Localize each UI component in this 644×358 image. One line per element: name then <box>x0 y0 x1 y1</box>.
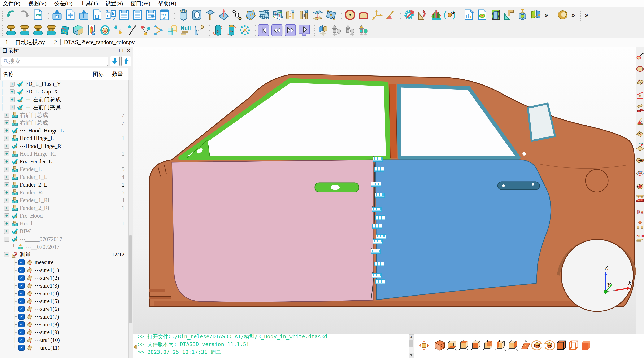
pan-view-icon[interactable] <box>418 339 430 352</box>
move-planes-icon[interactable] <box>317 24 329 36</box>
thread-bore-icon[interactable] <box>490 9 502 21</box>
tree-row[interactable]: ├✓⋯ure1(10) <box>0 336 128 344</box>
toolbar-drag-handle[interactable] <box>341 9 342 20</box>
export-box-icon[interactable] <box>78 9 90 21</box>
menu-item-4[interactable]: 设置(S) <box>106 0 123 7</box>
circle-feature-icon[interactable] <box>344 9 356 21</box>
tree-item-label[interactable]: Fender_Ri <box>20 189 44 196</box>
tree-item-label[interactable]: Hood Hinge_Ri <box>20 150 56 157</box>
console-scrollbar-thumb[interactable] <box>410 340 413 347</box>
tree-item-label[interactable]: Fender_1_Ri <box>20 197 49 204</box>
histogram-icon[interactable] <box>430 9 442 21</box>
toolbar-drag-handle[interactable] <box>48 9 49 20</box>
tree-row[interactable]: +Fender_L5 <box>0 166 128 173</box>
press-fit-icon[interactable] <box>516 9 528 21</box>
visibility-checkbox[interactable]: ✓ <box>18 275 24 281</box>
tree-item-label[interactable]: ⋯sure1(2) <box>34 274 59 281</box>
toolbar-drag-handle[interactable] <box>400 9 402 20</box>
3d-viewport[interactable]: Z Y X <box>133 46 636 334</box>
tree-row[interactable]: │+FD_L_Gap_X <box>0 88 128 96</box>
quarter-window[interactable] <box>528 104 555 141</box>
angle-feature-icon[interactable] <box>384 9 396 21</box>
bolt-3-icon[interactable] <box>32 24 44 36</box>
plane-rotate-icon[interactable] <box>636 140 644 154</box>
menu-item-2[interactable]: 公差(D) <box>54 0 72 7</box>
tree-item-label[interactable]: ⋯__07072017 <box>26 244 60 250</box>
doc-exchange-icon[interactable] <box>104 9 117 21</box>
tab-piece-random-color[interactable]: 2 DTAS_Piece_random_color.py <box>49 38 138 46</box>
new-doc-icon[interactable] <box>64 9 76 21</box>
tree-row[interactable]: +Fender_1_Ri4 <box>0 196 128 204</box>
tree-row[interactable]: +Fender_Ri5 <box>0 189 128 196</box>
concentric-icon[interactable] <box>636 154 644 166</box>
tree-item-label[interactable]: Hood <box>20 220 32 227</box>
expand-icon[interactable]: + <box>4 198 9 203</box>
tree-item-label[interactable]: 右后门总成 <box>20 111 48 119</box>
tree-row[interactable]: ├✓⋯sure1(8) <box>0 320 128 328</box>
mirror-flip-icon[interactable] <box>530 9 542 21</box>
tree-row[interactable]: +⋯_Hood_Hinge_L <box>0 126 128 134</box>
iso-cube-icon[interactable] <box>72 24 84 36</box>
report-doc-icon[interactable] <box>91 9 103 21</box>
menu-item-5[interactable]: 窗口(W) <box>130 0 150 7</box>
visibility-checkbox[interactable]: ✓ <box>18 259 24 265</box>
optimize-opt-icon[interactable]: OPT <box>444 9 456 21</box>
tree-item-label[interactable]: ⋯_Hood_Hinge_L <box>20 127 64 134</box>
console-scroll-down-icon[interactable]: ▼ <box>409 352 414 358</box>
star-nodes-icon[interactable] <box>239 24 251 36</box>
shaded-edges-icon[interactable] <box>555 339 568 352</box>
tree-row[interactable]: ├✓measure1 <box>0 258 128 266</box>
fx-icon[interactable]: Fx <box>636 206 644 218</box>
tree-item-label[interactable]: ⋯sure1(7) <box>34 313 59 320</box>
b-pillar[interactable] <box>389 84 397 158</box>
tree-item-label[interactable]: 测量 <box>20 251 31 258</box>
two-point-icon[interactable] <box>231 9 243 21</box>
front-window-frame[interactable] <box>181 80 388 158</box>
tree-row[interactable]: +右前门总成7 <box>0 119 128 126</box>
gauge-icon[interactable] <box>99 24 111 36</box>
column-icon[interactable]: 图标 <box>91 68 110 80</box>
mesh-surface-icon[interactable] <box>258 9 270 21</box>
expand-icon[interactable]: + <box>4 182 9 188</box>
profile-ring-icon[interactable] <box>636 180 644 192</box>
plane-pair-icon[interactable] <box>312 9 324 21</box>
capsule-rotate-icon[interactable] <box>212 24 224 36</box>
tree-item-label[interactable]: ⋯sure1(8) <box>34 321 59 328</box>
toolbar-drag-handle[interactable] <box>314 24 315 36</box>
tree-item-label[interactable]: ⋯Hood_Hinge_Ri <box>20 143 63 150</box>
capsule-rotate-gold-icon[interactable] <box>225 24 238 36</box>
tree-row[interactable]: ├✓⋯sure1(5) <box>0 297 128 305</box>
triangle-net-icon[interactable] <box>139 24 151 36</box>
tree-row[interactable]: +Fix_Hood <box>0 212 128 220</box>
expand-icon[interactable]: + <box>10 97 15 102</box>
tree-item-label[interactable]: ⋯sure1(9) <box>34 329 59 336</box>
plane-distance-icon[interactable] <box>636 102 644 114</box>
point-measure-icon[interactable] <box>636 50 644 62</box>
menu-item-6[interactable]: 帮助(H) <box>158 0 176 7</box>
tree-row[interactable]: └⋯__07072017 <box>0 243 128 251</box>
hierarchy-icon[interactable] <box>636 218 644 232</box>
expand-icon[interactable]: + <box>4 190 9 195</box>
tree-item-label[interactable]: ⋯sure1(1) <box>34 267 59 274</box>
visibility-checkbox[interactable]: ✓ <box>18 314 24 320</box>
fixture-table-icon[interactable] <box>636 192 644 206</box>
view-right-icon[interactable] <box>507 339 519 352</box>
tree-item-label[interactable]: 右前门总成 <box>20 119 48 126</box>
rear-door-panel[interactable] <box>376 160 551 300</box>
console-scroll-up-icon[interactable]: ▲ <box>409 334 414 340</box>
null-red-icon[interactable]: Null <box>636 232 644 244</box>
tree-row[interactable]: +Fender_2_L1 <box>0 181 128 189</box>
tree-item-label[interactable]: measure1 <box>34 259 56 266</box>
menu-item-3[interactable]: 工具(T) <box>80 0 98 7</box>
refresh-doc-icon[interactable] <box>32 9 44 21</box>
expand-icon[interactable]: + <box>4 112 9 118</box>
column-count[interactable]: 数量 <box>110 68 128 80</box>
search-prev-button[interactable] <box>122 56 132 66</box>
tree-item-label[interactable]: ⋯-左前门夹具 <box>25 104 61 111</box>
protractor-tool-icon[interactable] <box>417 9 429 21</box>
tree-row[interactable]: ├✓⋯sure1(6) <box>0 305 128 313</box>
fast-forward-icon[interactable] <box>285 24 297 36</box>
fold-angle-icon[interactable] <box>636 128 644 140</box>
toolbar-overflow-chevron[interactable]: » <box>585 11 588 18</box>
save-as-icon[interactable] <box>132 9 144 21</box>
